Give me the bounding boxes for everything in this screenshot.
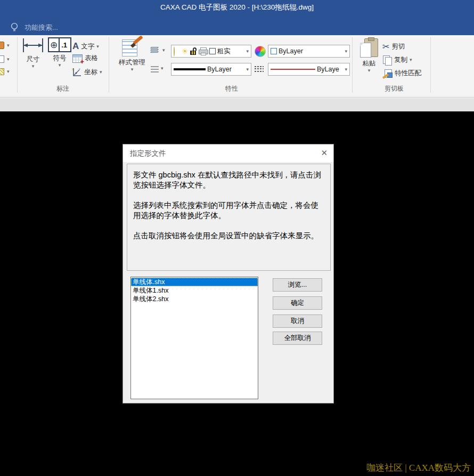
table-icon: + [72, 54, 83, 63]
font-listbox[interactable]: 单线体.shx 单线体1.shx 单线体2.shx [130, 277, 258, 399]
linewidth-tool-icon[interactable] [255, 64, 264, 72]
cut-button[interactable]: ✂ 剪切 [382, 42, 405, 51]
coordinate-label: 坐标 [84, 68, 97, 77]
watermark-text: 咖迷社区 | CAXA数码大方 [366, 462, 471, 474]
chevron-down-icon[interactable]: ▾ [59, 63, 61, 68]
symbol-icon: ⊕ .1 [48, 37, 71, 52]
style-manager-label: 样式管理 [119, 58, 145, 67]
copy-icon [383, 55, 392, 64]
list-item[interactable]: 单线体2.shx [131, 295, 258, 303]
dialog-titlebar[interactable]: 指定形文件 ✕ [123, 144, 333, 162]
layer-thaw-icon: ☀ [182, 47, 189, 55]
layer-lock-icon [190, 47, 197, 55]
chevron-down-icon[interactable]: ▾ [131, 67, 134, 72]
style-manager-button[interactable]: 样式管理 ▾ [117, 37, 147, 72]
style-manager-icon [121, 37, 143, 57]
browse-button[interactable]: 浏览... [273, 278, 322, 292]
message-paragraph-1: 形文件 gbcbig.shx 在默认查找路径中未找到，请点击浏览按钮选择字体文件… [133, 170, 325, 190]
copy-label: 复制 [394, 55, 407, 64]
ribbon-left-partial-panel: ▾ ▾ ▾ [0, 35, 17, 95]
chevron-down-icon[interactable]: ▾ [32, 64, 35, 69]
current-color-value: ByLayer [279, 47, 303, 55]
layer-combobox[interactable]: ☀ 粗实 ▾ [171, 45, 251, 58]
search-input[interactable]: 功能搜索... [24, 23, 58, 33]
cut-label: 剪切 [391, 42, 405, 51]
layer-color-swatch [209, 48, 216, 54]
layer-on-icon [174, 47, 180, 55]
chevron-down-icon[interactable]: ▾ [342, 67, 349, 72]
table-button[interactable]: + 表格 [72, 54, 98, 63]
chevron-down-icon[interactable]: ▾ [7, 57, 10, 62]
partial-tool-button-3[interactable]: ▾ [0, 68, 10, 75]
paste-button[interactable]: 粘贴 ▾ [357, 37, 381, 73]
dialog-title: 指定形文件 [130, 149, 166, 158]
current-linewidth-value: ByLaye [317, 66, 339, 73]
chevron-down-icon[interactable]: ▾ [368, 68, 371, 73]
group-divider [17, 37, 18, 93]
cancel-all-button[interactable]: 全部取消 [273, 332, 322, 345]
chevron-down-icon[interactable]: ▾ [96, 44, 99, 49]
text-button[interactable]: A 文字 ▾ [72, 41, 99, 52]
partial-tool-button-2[interactable]: ▾ [0, 55, 10, 63]
color-combobox[interactable]: ByLayer ▾ [268, 45, 350, 58]
linewidth-combobox[interactable]: ByLaye ▾ [268, 63, 350, 76]
chevron-down-icon[interactable]: ▾ [410, 58, 412, 62]
chevron-down-icon[interactable]: ▾ [161, 66, 164, 71]
layers-icon [151, 46, 160, 54]
message-paragraph-2: 选择列表中系统搜索到的可用字体并点击确定，将会使用选择的字体替换此字体。 [133, 200, 325, 221]
group-label-properties: 特性 [186, 84, 277, 93]
scissors-icon: ✂ [382, 43, 389, 51]
group-divider [352, 37, 353, 93]
text-label: 文字 [81, 42, 94, 51]
lightbulb-icon [11, 22, 18, 33]
symbol-label: 符号 [53, 54, 67, 63]
chevron-down-icon[interactable]: ▾ [7, 43, 10, 48]
table-label: 表格 [85, 54, 98, 63]
linetype-combobox[interactable]: ByLayer ▾ [171, 63, 251, 76]
layer-tool-button[interactable]: ▾ [151, 46, 165, 54]
match-properties-button[interactable]: 特性匹配 [383, 69, 421, 78]
group-label-clipboard: 剪切板 [358, 84, 430, 93]
chevron-down-icon[interactable]: ▾ [100, 70, 102, 75]
group-divider [109, 37, 109, 93]
tool-icon [0, 68, 4, 75]
list-item[interactable]: 单线体.shx [131, 278, 258, 286]
paste-icon [360, 37, 378, 58]
chevron-down-icon[interactable]: ▾ [244, 67, 251, 72]
copy-button[interactable]: 复制 ▾ [383, 55, 412, 64]
function-search[interactable]: 功能搜索... [11, 22, 58, 33]
chevron-down-icon[interactable]: ▾ [244, 49, 251, 54]
paste-label: 粘贴 [363, 59, 376, 68]
linetype-tool-button[interactable]: ▾ [151, 64, 164, 72]
group-divider [430, 37, 431, 93]
text-icon: A [72, 41, 79, 52]
linetype-sample [174, 68, 206, 70]
symbol-button[interactable]: ⊕ .1 符号 ▾ [47, 37, 72, 68]
linewidth-sample [271, 69, 315, 70]
toolbar-substrip [0, 98, 474, 111]
current-linetype-value: ByLayer [207, 66, 232, 73]
tool-icon [0, 42, 4, 49]
app-title: CAXA CAD 电子图板 2020 - [H:\230拖纸辊.dwg] [0, 3, 474, 12]
message-paragraph-3: 点击取消按钮将会使用全局设置中的缺省字体来显示。 [133, 231, 325, 241]
coordinate-button[interactable]: y x 坐标 ▾ [71, 67, 102, 77]
chevron-down-icon[interactable]: ▾ [162, 48, 165, 53]
color-wheel-icon[interactable] [255, 46, 266, 57]
ok-button[interactable]: 确定 [273, 296, 322, 310]
match-properties-label: 特性匹配 [395, 69, 421, 78]
dimension-button[interactable]: 尺寸 ▾ [20, 37, 46, 69]
app-titlebar: CAXA CAD 电子图板 2020 - [H:\230拖纸辊.dwg] 功能搜… [0, 0, 474, 35]
partial-tool-button-1[interactable]: ▾ [0, 42, 10, 49]
chevron-down-icon[interactable]: ▾ [7, 69, 10, 74]
cancel-button[interactable]: 取消 [273, 314, 322, 328]
list-item[interactable]: 单线体1.shx [131, 286, 258, 295]
close-icon[interactable]: ✕ [321, 148, 328, 158]
current-layer-value: 粗实 [217, 47, 231, 56]
chevron-down-icon[interactable]: ▾ [342, 49, 349, 54]
match-properties-icon [383, 69, 393, 78]
dialog-message-box: 形文件 gbcbig.shx 在默认查找路径中未找到，请点击浏览按钮选择字体文件… [127, 164, 331, 271]
tool-icon [0, 55, 4, 63]
dimension-label: 尺寸 [27, 55, 40, 64]
lines-icon [151, 64, 159, 72]
ribbon: ▾ ▾ ▾ 尺寸 ▾ ⊕ .1 符号 ▾ A 文字 ▾ + 表格 y x [0, 35, 474, 98]
